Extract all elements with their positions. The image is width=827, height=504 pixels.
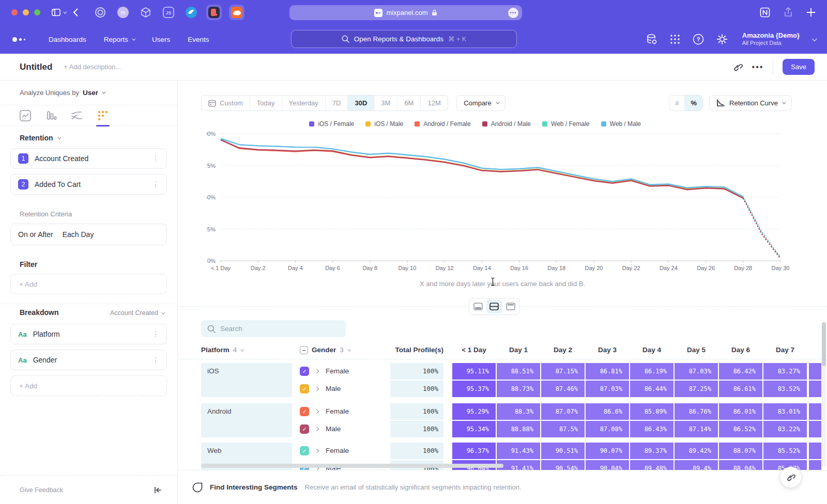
retention-step-card[interactable]: 2Added To Cart⋮ <box>10 174 167 195</box>
retention-cell[interactable]: 86.01% <box>719 403 762 420</box>
breakdown-card-platform[interactable]: AaPlatform⋮ <box>10 324 167 344</box>
compare-button[interactable]: Compare <box>456 95 505 111</box>
retention-cell[interactable]: 87.15% <box>541 363 585 380</box>
save-button[interactable]: Save <box>783 59 815 75</box>
retention-cell[interactable]: 88.51% <box>497 363 540 380</box>
criteria-on-or-after[interactable]: On or After <box>18 230 53 239</box>
tab-retention[interactable] <box>96 106 110 125</box>
row-checkbox[interactable]: ✓ <box>300 446 309 455</box>
settings-gear-icon[interactable] <box>716 34 728 45</box>
global-search[interactable]: Open Reports & Dashboards ⌘ + K <box>291 30 517 48</box>
tab-flows[interactable] <box>70 106 84 125</box>
segments-title[interactable]: Find Interesting Segments <box>210 483 298 491</box>
retention-cell[interactable]: 87.08% <box>586 421 629 437</box>
retention-cell[interactable]: 95.37% <box>452 381 496 397</box>
retention-cell[interactable]: 89.48% <box>630 460 673 470</box>
share-icon[interactable] <box>784 7 793 18</box>
layout-table-only[interactable] <box>503 300 518 313</box>
retention-cell[interactable]: 83.01% <box>763 403 807 420</box>
platform-column-header[interactable]: Platform 4 <box>201 341 243 359</box>
vertical-scrollbar[interactable] <box>822 322 826 467</box>
back-icon[interactable] <box>73 8 78 17</box>
retention-cell[interactable]: 86.81% <box>586 363 629 380</box>
range-30d[interactable]: 30D <box>347 96 374 111</box>
retention-cell[interactable]: 87.03% <box>675 363 718 380</box>
expand-row-icon[interactable] <box>315 427 319 431</box>
retention-cell[interactable]: 89.42% <box>675 443 718 459</box>
unit-percent[interactable]: % <box>684 96 702 111</box>
minimize-window-icon[interactable] <box>23 9 29 15</box>
range-7d[interactable]: 7D <box>325 96 348 111</box>
kebab-menu-icon[interactable]: ⋮ <box>152 356 159 364</box>
retention-cell[interactable]: 90.51% <box>541 443 585 459</box>
cube-icon[interactable] <box>138 5 154 20</box>
give-feedback-link[interactable]: Give Feedback <box>20 486 63 494</box>
copy-link-icon[interactable] <box>733 62 743 72</box>
help-icon[interactable]: ? <box>693 34 704 45</box>
layout-split[interactable] <box>486 300 502 313</box>
extensions-icon[interactable]: ••• <box>508 8 518 18</box>
row-checkbox[interactable]: ✓ <box>300 384 309 393</box>
table-row[interactable]: ✓Male100%95.37%88.73%87.46%87.03%86.44%8… <box>178 381 827 397</box>
retention-cell[interactable]: 86.76% <box>675 403 718 420</box>
legend-item[interactable]: iOS / Female <box>309 120 354 128</box>
more-options-icon[interactable]: ••• <box>752 62 764 72</box>
kebab-menu-icon[interactable]: ⋮ <box>152 154 159 163</box>
row-checkbox[interactable]: ✓ <box>300 407 309 416</box>
retention-cell[interactable]: 95.11% <box>452 363 496 380</box>
retention-cell[interactable]: 88.07% <box>719 443 762 459</box>
retention-cell[interactable]: 87.07% <box>541 403 585 420</box>
breakdown-add-button[interactable]: + Add <box>10 375 167 396</box>
gender-column-header[interactable]: – Gender 3 <box>300 341 350 359</box>
legend-item[interactable]: Android / Female <box>415 120 470 128</box>
retention-cell[interactable]: 85.89% <box>630 403 673 420</box>
retention-cell[interactable]: 95.29% <box>452 403 496 420</box>
select-all-checkbox[interactable]: – <box>300 346 308 354</box>
retention-cell[interactable]: 89.4% <box>675 460 718 470</box>
mixpanel-logo-icon[interactable] <box>12 37 33 42</box>
expand-row-icon[interactable] <box>315 410 319 414</box>
apps-grid-icon[interactable] <box>670 34 680 44</box>
range-custom[interactable]: Custom <box>202 96 250 111</box>
breakdown-scope-selector[interactable]: Account Created <box>110 309 164 317</box>
retention-cell[interactable]: 88.3% <box>497 403 540 420</box>
criteria-each-day[interactable]: Each Day <box>63 230 94 239</box>
retention-cell[interactable]: 90.04% <box>586 460 629 470</box>
retention-cell[interactable]: 87.5% <box>541 421 585 437</box>
table-row[interactable]: ✓Female100%95.29%88.3%87.07%86.6%85.89%8… <box>178 403 827 420</box>
report-title[interactable]: Untitled <box>20 62 52 72</box>
retention-cell[interactable]: 95.34% <box>452 421 496 437</box>
retention-cell[interactable]: 86.61% <box>719 381 762 397</box>
retention-cell[interactable]: 88.88% <box>497 421 540 437</box>
breakdown-card-gender[interactable]: AaGender⋮ <box>10 350 167 370</box>
new-tab-icon[interactable] <box>806 8 816 17</box>
horizontal-scrollbar[interactable] <box>201 464 503 468</box>
legend-item[interactable]: Android / Male <box>482 120 531 128</box>
nav-item-users[interactable]: Users <box>152 36 170 43</box>
table-row[interactable]: ✓Female100%95.11%88.51%87.15%86.81%86.19… <box>178 363 827 380</box>
retention-step-card[interactable]: 1Account Created⋮ <box>10 148 167 169</box>
row-checkbox[interactable]: ✓ <box>300 424 309 434</box>
layout-chart-only[interactable] <box>470 300 486 313</box>
retention-cell[interactable]: 89.37% <box>630 443 673 459</box>
retention-cell[interactable]: 83.52% <box>763 381 807 397</box>
range-12m[interactable]: 12M <box>420 96 447 111</box>
kebab-menu-icon[interactable]: ⋮ <box>152 330 159 338</box>
retention-cell[interactable]: 96.37% <box>452 443 496 459</box>
red-app-icon[interactable] <box>206 5 222 20</box>
nav-item-reports[interactable]: Reports <box>104 36 134 43</box>
data-management-icon[interactable] <box>646 34 657 45</box>
retention-cell[interactable]: 83.22% <box>763 421 807 437</box>
orange-app-icon[interactable] <box>229 5 244 20</box>
unit-count[interactable]: # <box>669 96 684 111</box>
retention-cell[interactable]: 85.52% <box>763 443 807 459</box>
retention-cell[interactable]: 87.46% <box>541 381 585 397</box>
retention-cell[interactable]: 86.52% <box>719 421 762 437</box>
retention-cell[interactable]: 86.42% <box>719 363 762 380</box>
nav-item-events[interactable]: Events <box>188 36 209 43</box>
expand-row-icon[interactable] <box>315 369 319 373</box>
retention-cell[interactable]: 86.44% <box>630 381 673 397</box>
retention-cell[interactable]: 83.27% <box>763 363 807 380</box>
js-icon[interactable]: JS <box>161 5 176 20</box>
collapse-sidebar-icon[interactable] <box>154 486 162 494</box>
